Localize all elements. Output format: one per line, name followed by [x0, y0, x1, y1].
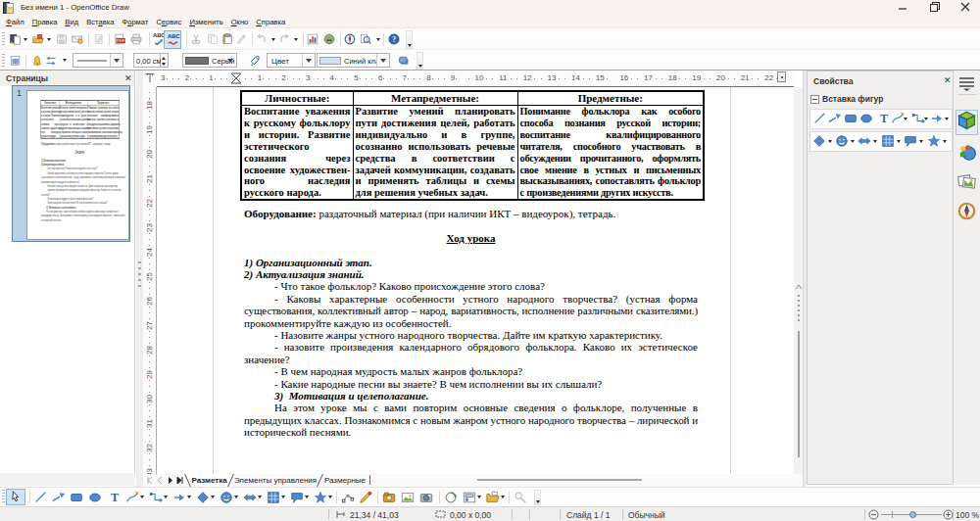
svg-text:PDF: PDF — [117, 38, 125, 43]
svg-text:T: T — [111, 491, 119, 504]
svg-text:?: ? — [392, 35, 396, 44]
svg-text:T: T — [880, 112, 888, 125]
